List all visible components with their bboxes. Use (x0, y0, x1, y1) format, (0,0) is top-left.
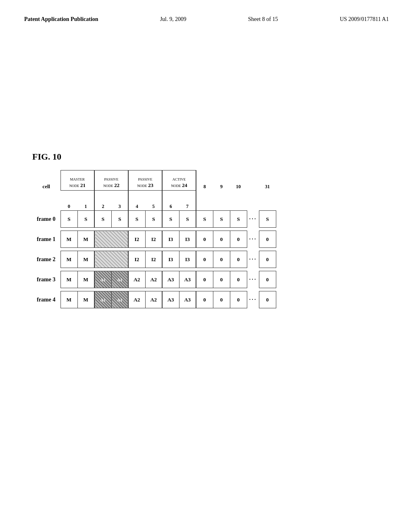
cell-label-header: cell (32, 170, 60, 191)
cell-f1-31: 0 (259, 231, 276, 248)
col5-num: 5 (145, 191, 162, 211)
cell-f4-0: M (60, 291, 77, 308)
active-node24-header: ACTIVENODE 24 (162, 170, 196, 191)
figure-label: FIG. 10 (32, 152, 389, 162)
cell-f4-7: A3 (179, 291, 196, 308)
cell-f3-1: M (77, 271, 94, 288)
cell-f0-6: S (162, 211, 179, 228)
cell-f1-5: I2 (145, 231, 162, 248)
col4-num: 4 (128, 191, 145, 211)
frame3-label: frame 3 (32, 271, 60, 288)
table-row: frame 2 M M I2 I2 I3 I3 0 0 0 ··· 0 (32, 251, 276, 268)
empty-num9 (213, 191, 230, 211)
cell-f0-8: S (196, 211, 213, 228)
cell-f2-4: I2 (128, 251, 145, 268)
cell-f1-2-3 (94, 231, 128, 248)
cell-f4-5: A2 (145, 291, 162, 308)
passive-node23-header: PASSIVENODE 23 (128, 170, 162, 191)
cell-f0-31: S (259, 211, 276, 228)
col3-num: 3 (111, 191, 128, 211)
cell-f2-6: I3 (162, 251, 179, 268)
col10-header: 10 (230, 170, 247, 191)
cell-f1-8: 0 (196, 231, 213, 248)
cell-f0-4: S (128, 211, 145, 228)
cell-f3-dots: ··· (247, 271, 259, 288)
dots-header (247, 170, 259, 191)
cell-f4-1: M (77, 291, 94, 308)
page: Patent Application Publication Jul. 9, 2… (0, 0, 413, 532)
col31-header: 31 (259, 170, 276, 191)
cell-f1-0: M (60, 231, 77, 248)
table-row: frame 3 M M A1 A1 A2 A2 A3 A3 0 0 0 ··· … (32, 271, 276, 288)
cell-f0-dots: ··· (247, 211, 259, 228)
cell-f0-9: S (213, 211, 230, 228)
page-header: Patent Application Publication Jul. 9, 2… (24, 16, 389, 23)
header-date: Jul. 9, 2009 (160, 16, 186, 23)
cell-f1-9: 0 (213, 231, 230, 248)
cell-f4-dots: ··· (247, 291, 259, 308)
cell-f3-6: A3 (162, 271, 179, 288)
cell-f3-2: A1 (94, 271, 111, 288)
cell-f2-7: I3 (179, 251, 196, 268)
col0-num: 0 (60, 191, 77, 211)
cell-f1-10: 0 (230, 231, 247, 248)
cell-f3-5: A2 (145, 271, 162, 288)
cell-f3-10: 0 (230, 271, 247, 288)
table-row: frame 4 M M A1 A1 A2 A2 A3 A3 0 0 0 ··· … (32, 291, 276, 308)
cell-f3-7: A3 (179, 271, 196, 288)
col-number-row: 0 1 2 3 4 5 6 7 (32, 191, 276, 211)
cell-f2-31: 0 (259, 251, 276, 268)
cell-f1-dots: ··· (247, 231, 259, 248)
cell-f1-1: M (77, 231, 94, 248)
col8-header: 8 (196, 170, 213, 191)
cell-f3-8: 0 (196, 271, 213, 288)
master-node-header: MASTERNODE 21 (60, 170, 94, 191)
cell-f2-2-3 (94, 251, 128, 268)
data-table: cell MASTERNODE 21 PASSIVENODE 22 PASSIV… (32, 170, 276, 308)
cell-f2-9: 0 (213, 251, 230, 268)
cell-f2-1: M (77, 251, 94, 268)
frame1-label: frame 1 (32, 231, 60, 248)
cell-f3-31: 0 (259, 271, 276, 288)
frame2-label: frame 2 (32, 251, 60, 268)
column-header-row: cell MASTERNODE 21 PASSIVENODE 22 PASSIV… (32, 170, 276, 191)
cell-f0-2: S (94, 211, 111, 228)
cell-f4-2: A1 (94, 291, 111, 308)
cell-f3-4: A2 (128, 271, 145, 288)
frame4-label: frame 4 (32, 291, 60, 308)
header-sheet: Sheet 8 of 15 (248, 16, 278, 23)
cell-f0-7: S (179, 211, 196, 228)
empty-31-num (259, 191, 276, 211)
cell-f4-6: A3 (162, 291, 179, 308)
frame0-label: frame 0 (32, 211, 60, 228)
cell-f2-10: 0 (230, 251, 247, 268)
cell-f3-9: 0 (213, 271, 230, 288)
col1-num: 1 (77, 191, 94, 211)
col9-header: 9 (213, 170, 230, 191)
cell-f0-3: S (111, 211, 128, 228)
cell-f0-5: S (145, 211, 162, 228)
cell-f1-7: I3 (179, 231, 196, 248)
empty-num8 (196, 191, 213, 211)
cell-f4-8: 0 (196, 291, 213, 308)
cell-f4-9: 0 (213, 291, 230, 308)
empty-dots-num (247, 191, 259, 211)
cell-f3-3: A1 (111, 271, 128, 288)
header-publication: Patent Application Publication (24, 16, 98, 23)
cell-f2-8: 0 (196, 251, 213, 268)
col7-num: 7 (179, 191, 196, 211)
empty-header (32, 191, 60, 211)
col2-num: 2 (94, 191, 111, 211)
cell-f0-10: S (230, 211, 247, 228)
header-patent: US 2009/0177811 A1 (340, 16, 389, 23)
cell-f4-10: 0 (230, 291, 247, 308)
cell-f2-5: I2 (145, 251, 162, 268)
col6-num: 6 (162, 191, 179, 211)
cell-f0-1: S (77, 211, 94, 228)
cell-f2-0: M (60, 251, 77, 268)
cell-f4-3: A1 (111, 291, 128, 308)
cell-f4-31: 0 (259, 291, 276, 308)
cell-f1-6: I3 (162, 231, 179, 248)
figure-table: cell MASTERNODE 21 PASSIVENODE 22 PASSIV… (32, 170, 389, 308)
table-row: frame 1 M M I2 I2 I3 I3 0 0 0 ··· 0 (32, 231, 276, 248)
